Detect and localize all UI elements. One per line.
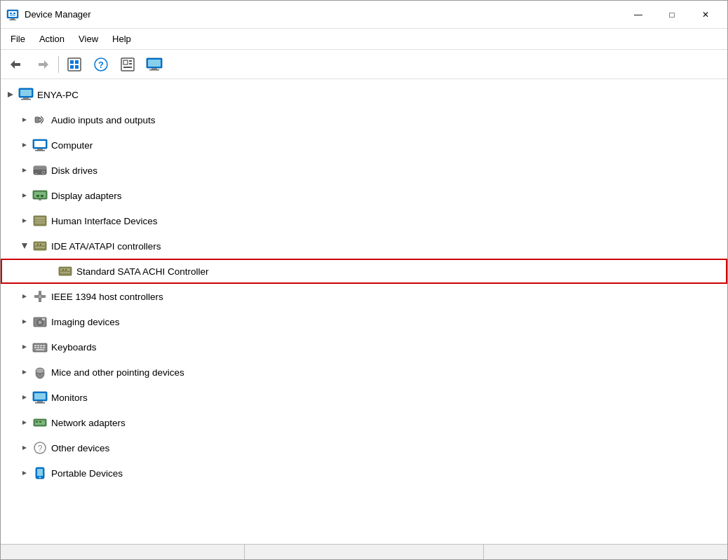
svg-rect-11 bbox=[75, 60, 79, 64]
svg-rect-63 bbox=[65, 269, 67, 271]
disk-label: Disk drives bbox=[51, 165, 97, 176]
tree-item-audio[interactable]: Audio inputs and outputs bbox=[1, 107, 727, 132]
imaging-label: Imaging devices bbox=[51, 317, 120, 327]
title-bar: Device Manager — □ ✕ bbox=[1, 1, 727, 29]
tree-item-sata[interactable]: Standard SATA ACHI Controller bbox=[1, 259, 727, 284]
svg-rect-56 bbox=[35, 247, 45, 248]
computer-tree-icon bbox=[32, 137, 48, 153]
svg-rect-59 bbox=[59, 267, 72, 275]
expand-portable-btn[interactable] bbox=[18, 466, 32, 480]
svg-rect-81 bbox=[40, 347, 42, 348]
tree-item-ieee[interactable]: IEEE 1394 host controllers bbox=[1, 284, 727, 309]
svg-marker-88 bbox=[22, 395, 27, 399]
expand-hid-btn[interactable] bbox=[18, 214, 32, 228]
close-button[interactable]: ✕ bbox=[689, 4, 722, 26]
other-label: Other devices bbox=[51, 443, 109, 453]
tree-item-portable[interactable]: Portable Devices bbox=[1, 460, 727, 486]
expand-disk-btn[interactable] bbox=[18, 163, 32, 177]
disk-icon bbox=[32, 162, 48, 179]
menu-file[interactable]: File bbox=[4, 31, 32, 47]
svg-rect-52 bbox=[35, 222, 45, 224]
svg-rect-34 bbox=[34, 141, 46, 147]
device-tree[interactable]: ENYA-PC Audio inputs and outputs bbox=[1, 79, 727, 544]
svg-rect-58 bbox=[40, 244, 41, 245]
svg-rect-54 bbox=[34, 242, 46, 250]
expand-ieee-btn[interactable] bbox=[18, 289, 32, 303]
svg-rect-1 bbox=[8, 11, 17, 17]
svg-rect-92 bbox=[35, 402, 45, 404]
svg-marker-64 bbox=[22, 294, 27, 299]
status-section-3 bbox=[484, 545, 722, 559]
tree-item-disk[interactable]: Disk drives bbox=[1, 158, 727, 183]
svg-rect-28 bbox=[23, 97, 29, 99]
expand-keyboard-btn[interactable] bbox=[18, 340, 32, 354]
svg-rect-35 bbox=[37, 149, 43, 150]
svg-rect-5 bbox=[13, 13, 15, 14]
tree-item-other[interactable]: ? Other devices bbox=[1, 435, 727, 460]
tree-root[interactable]: ENYA-PC bbox=[1, 82, 727, 107]
svg-rect-13 bbox=[75, 65, 79, 69]
menu-view[interactable]: View bbox=[72, 31, 105, 47]
main-content: ENYA-PC Audio inputs and outputs bbox=[1, 79, 727, 544]
help-icon: ? bbox=[93, 57, 109, 72]
toolbar: ? bbox=[1, 50, 727, 79]
svg-marker-7 bbox=[11, 60, 20, 69]
expand-audio-btn[interactable] bbox=[18, 113, 32, 127]
tree-item-ide[interactable]: IDE ATA/ATAPI controllers bbox=[1, 233, 727, 259]
expand-imaging-btn[interactable] bbox=[18, 315, 32, 329]
svg-marker-53 bbox=[22, 243, 27, 249]
properties-button[interactable] bbox=[62, 53, 87, 76]
display-button[interactable] bbox=[142, 53, 167, 76]
svg-marker-93 bbox=[22, 421, 27, 425]
svg-marker-48 bbox=[22, 219, 27, 223]
tree-item-monitors[interactable]: Monitors bbox=[1, 385, 727, 410]
tree-item-keyboard[interactable]: Keyboards bbox=[1, 334, 727, 360]
svg-rect-83 bbox=[36, 349, 44, 350]
forward-icon bbox=[36, 57, 50, 71]
svg-marker-32 bbox=[22, 143, 27, 147]
svg-rect-91 bbox=[37, 401, 43, 402]
svg-marker-25 bbox=[8, 92, 13, 97]
svg-text:?: ? bbox=[98, 60, 104, 70]
tree-item-imaging[interactable]: Imaging devices bbox=[1, 309, 727, 334]
window-title: Device Manager bbox=[25, 9, 622, 20]
portable-label: Portable Devices bbox=[51, 468, 123, 479]
svg-rect-62 bbox=[62, 269, 64, 271]
ide-icon bbox=[32, 238, 48, 254]
svg-marker-68 bbox=[22, 320, 27, 324]
svg-rect-77 bbox=[40, 345, 42, 346]
expand-network-btn[interactable] bbox=[18, 416, 32, 430]
help-button[interactable]: ? bbox=[88, 53, 114, 76]
expand-computer-btn[interactable] bbox=[18, 138, 32, 152]
tree-item-display[interactable]: Display adapters bbox=[1, 183, 727, 208]
update-button[interactable] bbox=[115, 53, 140, 76]
tree-item-mice[interactable]: Mice and other pointing devices bbox=[1, 360, 727, 385]
svg-point-104 bbox=[39, 477, 41, 478]
expand-mice-btn[interactable] bbox=[18, 365, 32, 379]
svg-marker-84 bbox=[22, 370, 27, 374]
svg-rect-57 bbox=[37, 244, 39, 245]
svg-rect-40 bbox=[35, 173, 37, 174]
minimize-button[interactable]: — bbox=[622, 4, 654, 26]
collapse-ide-btn[interactable] bbox=[18, 239, 32, 253]
maximize-button[interactable]: □ bbox=[656, 4, 688, 26]
svg-rect-79 bbox=[34, 347, 36, 348]
svg-rect-19 bbox=[129, 63, 132, 64]
tree-item-network[interactable]: Network adapters bbox=[1, 410, 727, 435]
menu-action[interactable]: Action bbox=[32, 31, 72, 47]
expand-other-btn[interactable] bbox=[18, 441, 32, 455]
collapse-root-btn[interactable] bbox=[4, 88, 18, 102]
svg-rect-75 bbox=[34, 345, 36, 346]
forward-button[interactable] bbox=[30, 53, 55, 76]
device-manager-window: Device Manager — □ ✕ File Action View He… bbox=[0, 0, 728, 560]
sata-label: Standard SATA ACHI Controller bbox=[76, 266, 209, 277]
expand-display-btn[interactable] bbox=[18, 189, 32, 203]
menu-help[interactable]: Help bbox=[105, 31, 138, 47]
audio-icon bbox=[32, 111, 48, 128]
network-icon bbox=[32, 414, 48, 431]
expand-monitors-btn[interactable] bbox=[18, 390, 32, 404]
computer-icon bbox=[18, 86, 34, 103]
back-button[interactable] bbox=[4, 53, 29, 76]
tree-item-hid[interactable]: Human Interface Devices bbox=[1, 208, 727, 233]
tree-item-computer[interactable]: Computer bbox=[1, 132, 727, 158]
